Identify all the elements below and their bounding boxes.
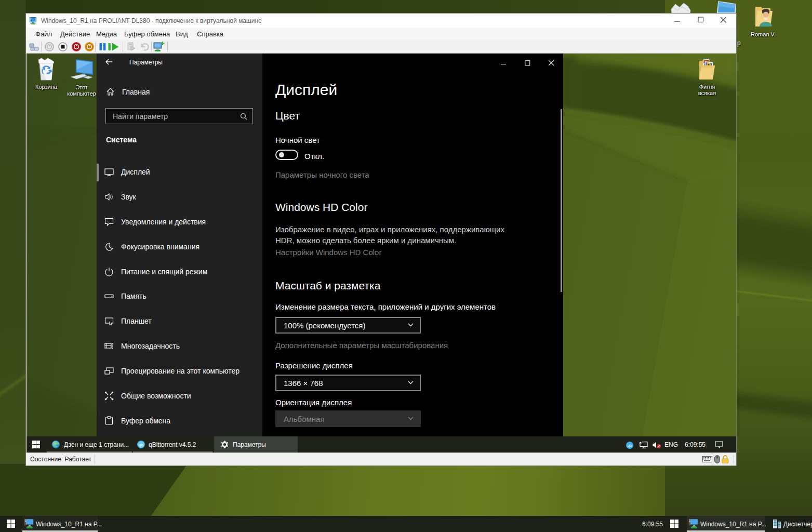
svg-text:qb: qb (628, 443, 632, 448)
svg-text:qb: qb (139, 443, 143, 447)
